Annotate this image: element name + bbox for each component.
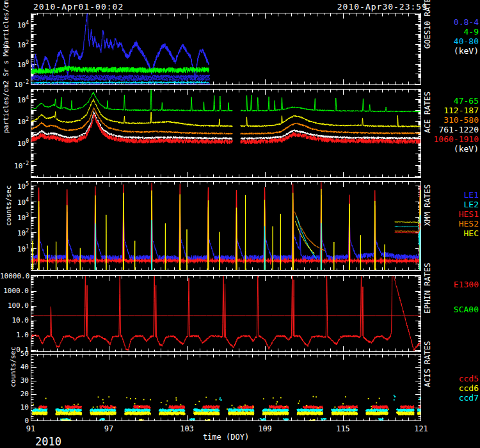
legend-item-keV: (keV) [454, 46, 479, 56]
legend-item-49: 4-9 [464, 27, 479, 36]
panel-acis-canvas [31, 354, 421, 421]
x-tick-label: 91 [18, 424, 44, 433]
year-label: 2010 [35, 435, 61, 448]
legend-item-10601910: 1060-1910 [434, 134, 479, 144]
legend-item-HEC: HEC [464, 228, 479, 238]
legend-item-HES2: HES2 [459, 219, 479, 228]
legend-item-SCA00: SCA00 [454, 305, 479, 314]
y-tick-label: 10 [0, 403, 29, 412]
legend-item-112187: 112-187 [444, 106, 479, 115]
start-date-label: 2010-Apr01-00:02 [33, 2, 124, 12]
panel-ace-canvas [31, 89, 421, 178]
panel-goes-canvas [31, 13, 421, 85]
y-tick-label: 10000.0 [0, 272, 29, 280]
legend-item-ccd6: ccd6 [459, 383, 479, 393]
x-tick-label: 121 [408, 424, 434, 433]
x-tick-label: 115 [330, 424, 356, 433]
y-tick-label: 100.0 [0, 301, 29, 310]
y-tick-label: 1.0 [0, 331, 29, 339]
end-date-label: 2010-Apr30-23:59 [337, 2, 428, 12]
y-tick-label: 101 [0, 244, 29, 253]
legend-item-4080: 40-80 [454, 36, 479, 46]
legend-item-HES1: HES1 [459, 209, 479, 219]
y-tick-label: 10.0 [0, 316, 29, 324]
y-tick-label: 102 [0, 228, 29, 237]
y-tick-label: 100 [0, 138, 29, 148]
radiation-monitor-plot: 2010-Apr01-00:02 2010-Apr30-23:59 time (… [0, 0, 480, 448]
legend-item-310580: 310-580 [444, 115, 479, 125]
legend-item-LE1: LE1 [464, 190, 479, 200]
legend-item-4765: 47-65 [454, 96, 479, 106]
x-tick-label: 109 [252, 424, 278, 433]
y-tick-label: 1000.0 [0, 287, 29, 295]
y-tick-label: 20 [0, 390, 29, 398]
legend-item-ccd5: ccd5 [459, 374, 479, 383]
x-tick-label: 97 [96, 424, 122, 433]
legend-item-keV: (keV) [454, 144, 479, 154]
x-tick-label: 103 [174, 424, 200, 433]
legend-item-E1300: E1300 [454, 280, 479, 289]
legend-item-ccd7: ccd7 [459, 393, 479, 403]
y-tick-label: 10-2 [0, 161, 29, 170]
legend-item-084: 0.8-4 [454, 17, 479, 27]
legend-item-LE2: LE2 [464, 200, 479, 209]
x-axis-title: time (DOY) [203, 433, 249, 442]
panel-ephin-canvas [31, 275, 421, 352]
panel-xmm-canvas [31, 181, 421, 271]
legend-item-7611220: 761-1220 [438, 125, 479, 134]
